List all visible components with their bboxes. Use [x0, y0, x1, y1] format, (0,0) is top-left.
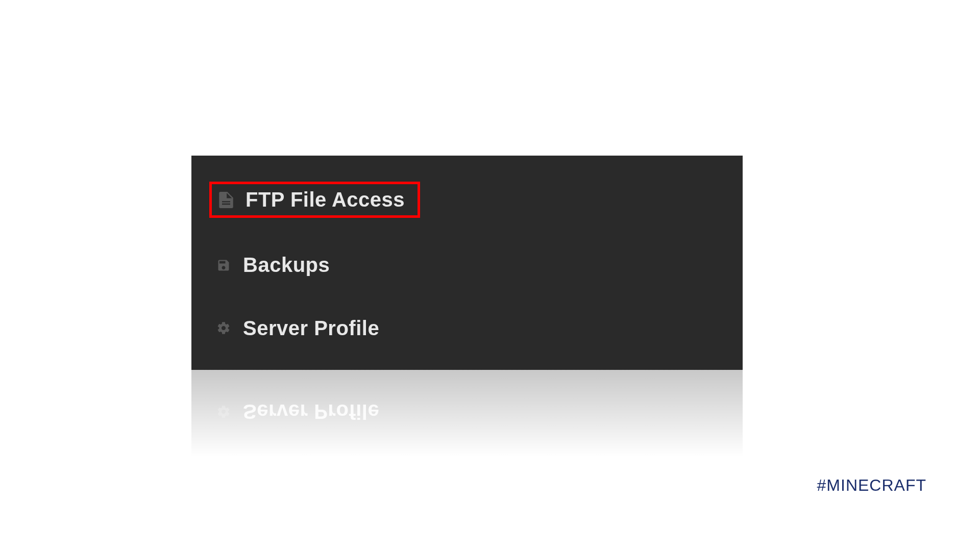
- panel-reflection: FTP File Access Backups Server Profile: [191, 370, 743, 551]
- panel-wrapper: FTP File Access Backups Server Profile: [191, 156, 743, 551]
- menu-item-label: Server Profile: [243, 317, 379, 340]
- menu-panel: FTP File Access Backups Server Profile: [191, 156, 743, 370]
- menu-item-label: FTP File Access: [246, 188, 405, 211]
- menu-item-label: Backups: [243, 254, 330, 277]
- hashtag-label: #MINECRAFT: [817, 476, 926, 495]
- save-icon: [215, 257, 232, 273]
- gear-icon: [215, 320, 232, 336]
- menu-item-ftp-file-access[interactable]: FTP File Access: [209, 182, 420, 218]
- menu-item-server-profile[interactable]: Server Profile: [209, 313, 725, 344]
- menu-item-backups[interactable]: Backups: [209, 249, 725, 281]
- file-icon: [218, 192, 234, 208]
